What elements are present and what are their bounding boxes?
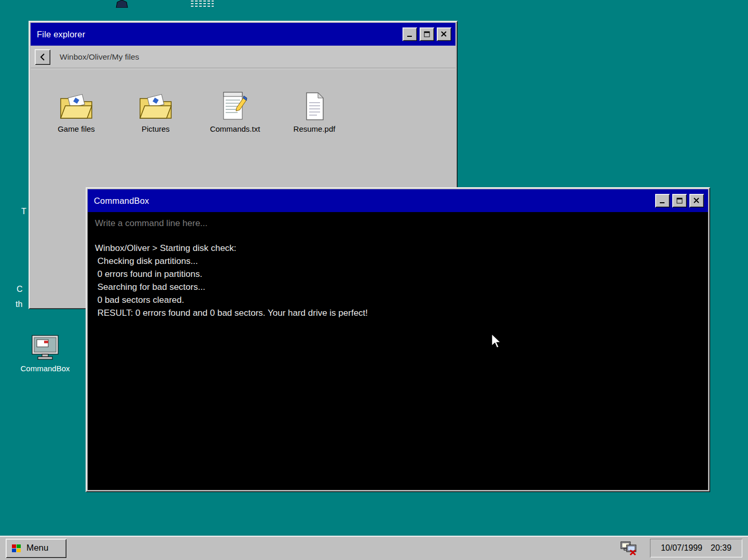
- file-item-pictures[interactable]: Pictures: [122, 87, 189, 133]
- terminal-line: Checking disk partitions...: [95, 255, 701, 268]
- close-icon: [693, 198, 700, 204]
- file-label: Resume.pdf: [294, 124, 336, 133]
- window-controls: [403, 27, 451, 41]
- chevron-left-icon: [40, 53, 45, 61]
- hidden-desktop-icon-fragment: [115, 0, 129, 8]
- desktop-icon-label: CommandBox: [20, 364, 70, 373]
- menu-button-label: Menu: [26, 543, 49, 553]
- hidden-label-fragment: C: [17, 285, 23, 294]
- desktop: T C th CommandBox File explorer: [0, 0, 748, 560]
- back-button[interactable]: [35, 49, 50, 65]
- file-label: Game files: [58, 124, 95, 133]
- minimize-icon: [659, 198, 666, 204]
- terminal-line: Winbox/Oliver > Starting disk check:: [95, 242, 701, 255]
- file-item-resume-pdf[interactable]: Resume.pdf: [281, 87, 348, 133]
- minimize-button[interactable]: [403, 27, 417, 41]
- command-input-placeholder: Write a command line here...: [95, 217, 701, 230]
- clock: 10/07/1999 20:39: [650, 539, 742, 557]
- desktop-icon-commandbox[interactable]: CommandBox: [15, 334, 76, 373]
- file-item-commands-txt[interactable]: Commands.txt: [201, 87, 269, 133]
- commandbox-window: CommandBox: [86, 187, 710, 492]
- folder-icon: [59, 93, 93, 121]
- window-title: File explorer: [37, 30, 403, 39]
- terminal-output: Winbox/Oliver > Starting disk check: Che…: [95, 242, 701, 319]
- flag-logo-icon: [11, 543, 22, 553]
- close-icon: [440, 31, 448, 37]
- close-button[interactable]: [437, 27, 451, 41]
- notepad-pencil-icon: [222, 89, 248, 121]
- network-disconnected-icon[interactable]: [620, 541, 637, 555]
- maximize-icon: [423, 31, 431, 37]
- hidden-document-icon-fragment: [191, 0, 214, 7]
- terminal-line: Searching for bad sectors...: [95, 281, 701, 293]
- commandbox-titlebar[interactable]: CommandBox: [88, 189, 708, 212]
- minimize-icon: [406, 31, 413, 37]
- taskbar: Menu 10/07/1999 20:39: [0, 536, 748, 560]
- maximize-button[interactable]: [420, 27, 434, 41]
- file-item-game-files[interactable]: Game files: [43, 87, 110, 133]
- minimize-button[interactable]: [655, 194, 670, 207]
- hidden-label-fragment: T: [21, 207, 26, 216]
- clock-time: 20:39: [711, 543, 731, 553]
- maximize-button[interactable]: [672, 194, 687, 207]
- address-bar: Winbox/Oliver/My files: [31, 46, 455, 68]
- maximize-icon: [676, 198, 683, 204]
- window-title: CommandBox: [94, 196, 655, 206]
- terminal-line: 0 bad sectors cleared.: [95, 293, 701, 306]
- folder-icon: [138, 93, 173, 121]
- terminal-line: 0 errors found in partitions.: [95, 268, 701, 281]
- window-controls: [655, 194, 704, 207]
- document-icon: [303, 91, 326, 121]
- file-explorer-titlebar[interactable]: File explorer: [31, 23, 455, 46]
- terminal-line: RESULT: 0 errors found and 0 bad sectors…: [95, 306, 701, 319]
- close-button[interactable]: [689, 194, 704, 207]
- menu-button[interactable]: Menu: [6, 539, 66, 558]
- file-label: Commands.txt: [210, 124, 260, 133]
- clock-date: 10/07/1999: [661, 543, 702, 553]
- monitor-icon: [31, 334, 60, 361]
- breadcrumb-path: Winbox/Oliver/My files: [60, 52, 139, 62]
- system-tray: 10/07/1999 20:39: [620, 539, 742, 557]
- terminal-area[interactable]: Write a command line here... Winbox/Oliv…: [88, 212, 708, 490]
- file-label: Pictures: [142, 124, 170, 133]
- hidden-label-fragment: th: [16, 300, 22, 309]
